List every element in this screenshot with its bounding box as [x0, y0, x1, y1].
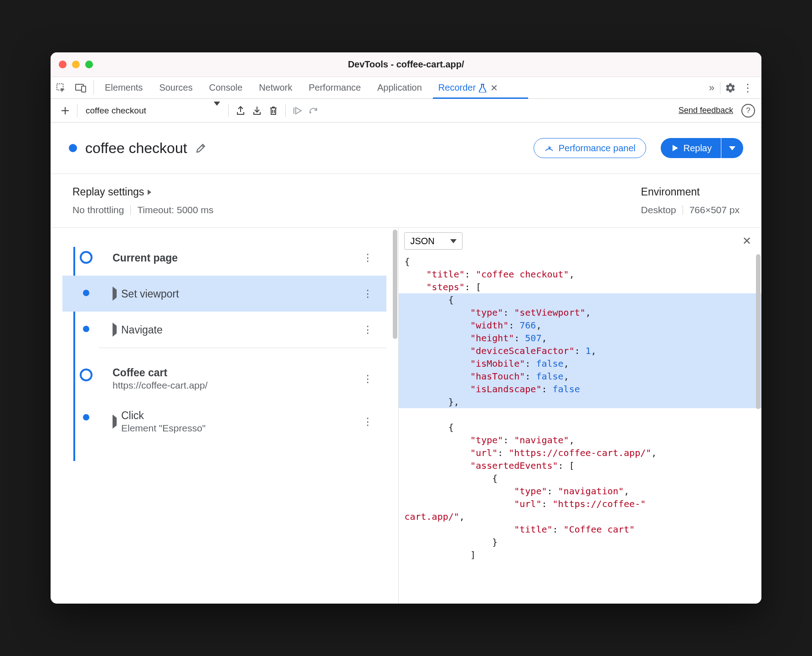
steps-column: Current page ⋮ Set viewport ⋮ [51, 228, 399, 604]
scrollbar[interactable] [756, 254, 761, 409]
close-window-button[interactable] [59, 61, 67, 68]
recording-header: coffee checkout Performance panel Replay [51, 123, 761, 174]
expand-icon[interactable] [113, 418, 117, 426]
separator [228, 104, 229, 117]
maximize-window-button[interactable] [85, 61, 93, 68]
tab-label: Application [377, 82, 422, 93]
more-tabs-icon[interactable]: » [706, 82, 717, 94]
steps-timeline: Current page ⋮ Set viewport ⋮ [51, 228, 398, 461]
replay-settings-row: Replay settings No throttling Timeout: 5… [51, 174, 761, 228]
tab-network[interactable]: Network [251, 77, 300, 98]
timeline-marker-major [80, 369, 93, 381]
recording-indicator-dot [69, 144, 77, 152]
viewport-value: 766×507 px [689, 205, 740, 215]
close-code-icon[interactable]: ✕ [738, 233, 756, 249]
format-select[interactable]: JSON [404, 232, 462, 250]
performance-panel-button[interactable]: Performance panel [534, 138, 646, 158]
timeout-value: Timeout: 5000 ms [137, 205, 213, 215]
tabs-overflow-controls: » ⋮ [706, 77, 761, 98]
add-recording-button[interactable] [57, 102, 73, 119]
step-coffee-cart[interactable]: Coffee cart https://coffee-cart.app/ ⋮ [62, 348, 386, 400]
separator [93, 81, 94, 95]
step-menu-icon[interactable]: ⋮ [358, 321, 377, 338]
recording-title: coffee checkout [85, 140, 187, 157]
step-menu-icon[interactable]: ⋮ [358, 370, 377, 388]
tab-recorder[interactable]: Recorder ✕ [430, 77, 506, 98]
separator [683, 205, 683, 215]
kebab-menu-icon[interactable]: ⋮ [740, 82, 755, 94]
panel-tabs: Elements Sources Console Network Perform… [97, 77, 506, 98]
throttling-value: No throttling [72, 205, 124, 215]
code-column: JSON ✕ { "title": "coffee checkout", "st… [399, 228, 761, 604]
timeline-marker-minor [83, 326, 89, 332]
edit-title-icon[interactable] [195, 143, 206, 154]
devtools-window: DevTools - coffee-cart.app/ Elements Sou… [51, 52, 761, 604]
minimize-window-button[interactable] [72, 61, 80, 68]
device-value: Desktop [641, 205, 676, 215]
help-icon[interactable]: ? [741, 104, 755, 118]
recording-dropdown[interactable]: coffee checkout [81, 102, 225, 119]
button-label: Replay [684, 143, 712, 154]
chevron-right-icon [148, 190, 151, 195]
expand-icon[interactable] [113, 326, 117, 334]
svg-point-3 [309, 112, 311, 113]
button-label: Performance panel [559, 143, 636, 154]
tab-application[interactable]: Application [369, 77, 430, 98]
scrollbar[interactable] [393, 230, 397, 339]
tab-elements[interactable]: Elements [97, 77, 151, 98]
flask-icon [478, 83, 487, 92]
send-feedback-link[interactable]: Send feedback [678, 106, 733, 115]
recorder-toolbar: coffee checkout Send feedback ? [51, 99, 761, 123]
replay-button[interactable]: Replay [661, 138, 721, 158]
step-icon[interactable] [306, 102, 322, 119]
tab-sources[interactable]: Sources [151, 77, 200, 98]
separator [77, 104, 77, 117]
step-menu-icon[interactable]: ⋮ [358, 413, 377, 430]
step-current-page[interactable]: Current page ⋮ [62, 240, 386, 276]
delete-icon[interactable] [265, 102, 282, 119]
step-subtitle: Element "Espresso" [121, 423, 206, 434]
tab-label: Elements [105, 82, 143, 93]
step-set-viewport[interactable]: Set viewport ⋮ [62, 276, 386, 312]
separator [285, 104, 286, 117]
export-icon[interactable] [232, 102, 249, 119]
separator [130, 205, 131, 215]
expand-icon[interactable] [113, 290, 117, 298]
chevron-down-icon [450, 239, 457, 243]
inspect-element-icon[interactable] [51, 77, 71, 98]
step-menu-icon[interactable]: ⋮ [358, 249, 377, 266]
code-view[interactable]: { "title": "coffee checkout", "steps": [… [399, 254, 761, 604]
import-icon[interactable] [249, 102, 265, 119]
device-toolbar-icon[interactable] [71, 77, 91, 98]
tab-console[interactable]: Console [201, 77, 251, 98]
step-title: Navigate [121, 324, 163, 336]
step-click-espresso[interactable]: Click Element "Espresso" ⋮ [62, 400, 386, 443]
window-title: DevTools - coffee-cart.app/ [51, 59, 761, 70]
step-subtitle: https://coffee-cart.app/ [113, 380, 208, 391]
tab-label: Console [209, 82, 242, 93]
close-tab-icon[interactable]: ✕ [490, 82, 498, 93]
chevron-down-icon [214, 106, 220, 116]
heading-text: Replay settings [72, 186, 144, 198]
tab-label: Recorder [438, 82, 476, 93]
environment-heading: Environment [641, 186, 740, 198]
code-toolbar: JSON ✕ [399, 228, 761, 254]
step-title: Current page [113, 252, 178, 264]
step-menu-icon[interactable]: ⋮ [358, 285, 377, 302]
replay-settings-heading[interactable]: Replay settings [72, 186, 214, 198]
step-navigate[interactable]: Navigate ⋮ [62, 312, 386, 348]
timeline-marker-minor [83, 414, 89, 420]
main-area: Current page ⋮ Set viewport ⋮ [51, 228, 761, 604]
tab-label: Network [259, 82, 292, 93]
tab-label: Performance [309, 82, 361, 93]
timeline-marker-minor [83, 290, 89, 296]
play-slow-icon[interactable] [289, 102, 306, 119]
step-title: Click [121, 410, 206, 422]
step-title: Set viewport [121, 288, 179, 300]
svg-rect-2 [82, 86, 86, 92]
tab-performance[interactable]: Performance [301, 77, 370, 98]
devtools-tabs-row: Elements Sources Console Network Perform… [51, 77, 761, 99]
replay-dropdown-button[interactable] [721, 138, 743, 158]
settings-gear-icon[interactable] [723, 82, 738, 93]
titlebar: DevTools - coffee-cart.app/ [51, 52, 761, 77]
